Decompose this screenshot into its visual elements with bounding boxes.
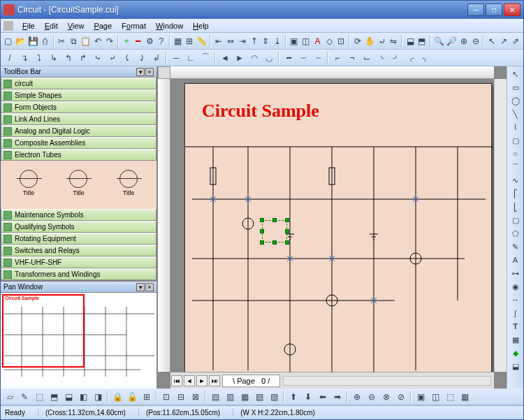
selection-handle[interactable] [260, 240, 264, 245]
cat-circuit[interactable]: circuit [1, 78, 157, 89]
polygon-icon[interactable]: ⬠ [509, 227, 522, 240]
pan-menu-button[interactable]: ▾ [136, 283, 145, 291]
rrect-icon[interactable]: ▢ [509, 214, 522, 226]
cat-simple-shapes[interactable]: Simple Shapes [1, 89, 157, 101]
menu-view[interactable]: View [63, 20, 89, 31]
pan-close-button[interactable]: × [145, 283, 154, 291]
cat-analog-digital[interactable]: Analog and Digital Logic [1, 125, 157, 137]
freehand-icon[interactable]: ✎ [509, 240, 522, 253]
conn-curve-icon[interactable]: ⌒ [198, 51, 212, 65]
selection-handle[interactable] [272, 218, 277, 222]
dim-icon[interactable]: ↔ [509, 294, 522, 306]
add-icon[interactable]: ＋ [121, 34, 132, 48]
jog4-icon[interactable]: ⌎ [374, 51, 388, 65]
zoom-out-icon[interactable]: 🔎 [446, 34, 458, 48]
bring-front-icon[interactable]: ⬒ [416, 34, 428, 48]
print-icon[interactable]: ⎙ [40, 34, 51, 48]
cat-link-lines[interactable]: Link And Lines [1, 113, 157, 125]
image-icon[interactable]: ▦ [509, 333, 522, 346]
jog6-icon[interactable]: ⌌ [404, 51, 418, 65]
ruler-vertical[interactable] [158, 79, 170, 372]
elbow3-icon[interactable]: ↳ [47, 51, 61, 65]
cut-icon[interactable]: ✂ [57, 34, 68, 48]
ruler-icon[interactable]: 📏 [196, 34, 208, 48]
bt26-icon[interactable]: ⊘ [394, 390, 408, 404]
mdi-icon[interactable] [3, 21, 13, 31]
toolbox-header[interactable]: ToolBox Bar ▾ × [1, 66, 157, 78]
save-icon[interactable]: 💾 [27, 34, 39, 48]
titlebar[interactable]: Circuit - [CircuitSample.cui] ─ □ ✕ [1, 1, 523, 19]
send-back-icon[interactable]: ⬓ [405, 34, 416, 48]
bt24-icon[interactable]: ⊖ [365, 390, 379, 404]
connector-icon[interactable]: ↗ [498, 34, 509, 48]
pan-viewport-rect[interactable] [2, 294, 85, 368]
arc-icon[interactable]: ⌒ [509, 161, 522, 173]
bt27-icon[interactable]: ▣ [414, 390, 428, 404]
elbow2-icon[interactable]: ⤵ [32, 51, 46, 65]
cat-vhf[interactable]: VHF-UHF-SHF [1, 256, 157, 268]
bt1-icon[interactable]: ▱ [3, 390, 17, 404]
grid-icon[interactable]: ▦ [173, 34, 184, 48]
curve-icon[interactable]: ∿ [509, 174, 522, 187]
zoom-fit-icon[interactable]: ⊕ [458, 34, 470, 48]
bt4-icon[interactable]: ⬒ [47, 390, 61, 404]
cat-composite[interactable]: Composite Assemblies [1, 137, 157, 149]
color-icon[interactable]: ◆ [509, 347, 522, 359]
new-icon[interactable]: ▢ [3, 34, 14, 48]
selection-handle[interactable] [272, 240, 277, 245]
bt14-icon[interactable]: ▤ [208, 390, 222, 404]
hand-icon[interactable]: ✋ [364, 34, 376, 48]
align-right-icon[interactable]: ⇥ [237, 34, 248, 48]
ungroup-icon[interactable]: ◫ [300, 34, 312, 48]
page-prev-button[interactable]: ◄ [184, 375, 195, 386]
page-next-button[interactable]: ► [196, 375, 208, 386]
undo-icon[interactable]: ↶ [92, 34, 103, 48]
remove-icon[interactable]: ━ [132, 34, 143, 48]
toolbox-menu-button[interactable]: ▾ [136, 68, 145, 76]
symbol-item[interactable]: Title [55, 204, 103, 209]
select-icon[interactable]: ↖ [486, 34, 497, 48]
selection-handle[interactable] [285, 218, 289, 222]
selection-handle[interactable] [285, 229, 289, 233]
cat-form-objects[interactable]: Form Objects [1, 101, 157, 113]
arc2-icon[interactable]: ◡ [262, 51, 276, 65]
bt25-icon[interactable]: ⊗ [379, 390, 393, 404]
menu-help[interactable]: Help [188, 20, 214, 31]
rect-icon[interactable]: ▢ [509, 134, 522, 147]
paste-icon[interactable]: 📋 [80, 34, 92, 48]
symbol-item[interactable]: Title [5, 165, 52, 201]
polyline-icon[interactable]: ⌇ [509, 121, 522, 133]
pan-preview[interactable]: Circuit Sample [1, 293, 157, 389]
menu-window[interactable]: Window [151, 20, 188, 31]
selection-handle[interactable] [285, 240, 289, 245]
ellipse-icon[interactable]: ○ [509, 147, 522, 160]
connector-tool-icon[interactable]: ⊶ [509, 267, 522, 280]
elbow7-icon[interactable]: ⤶ [105, 51, 119, 65]
bt9-icon[interactable]: 🔓 [125, 390, 139, 404]
align-left-icon[interactable]: ⇤ [213, 34, 224, 48]
arrow1-icon[interactable]: ◄ [218, 51, 232, 65]
canvas[interactable]: Circuit Sample [170, 79, 494, 372]
pan-header[interactable]: Pan Window ▾ × [1, 282, 157, 293]
bt30-icon[interactable]: ▦ [458, 390, 472, 404]
menu-page[interactable]: Page [89, 20, 117, 31]
symbol-item[interactable]: Title [5, 204, 52, 209]
texttool-icon[interactable]: T [509, 320, 522, 333]
bracket2-icon[interactable]: ⎣ [509, 201, 522, 213]
cat-qualifying[interactable]: Qualifying Symbols [1, 221, 157, 233]
elbow9-icon[interactable]: ⤸ [135, 51, 149, 65]
bt29-icon[interactable]: ⬚ [443, 390, 457, 404]
line-tool-icon[interactable]: / [3, 51, 17, 65]
zoom-in-icon[interactable]: 🔍 [433, 34, 445, 48]
bt11-icon[interactable]: ⊡ [159, 390, 173, 404]
bt19-icon[interactable]: ⬆ [286, 390, 300, 404]
line-dot-icon[interactable]: ┈ [311, 51, 325, 65]
crop-icon[interactable]: ⊡ [335, 34, 347, 48]
pointer-icon[interactable]: ↖ [509, 68, 522, 80]
bt20-icon[interactable]: ⬇ [301, 390, 315, 404]
lasso-icon[interactable]: ◯ [509, 94, 522, 107]
node-icon[interactable]: ◉ [509, 280, 522, 293]
bt12-icon[interactable]: ⊟ [174, 390, 188, 404]
bt8-icon[interactable]: 🔒 [110, 390, 124, 404]
group-icon[interactable]: ▣ [289, 34, 300, 48]
